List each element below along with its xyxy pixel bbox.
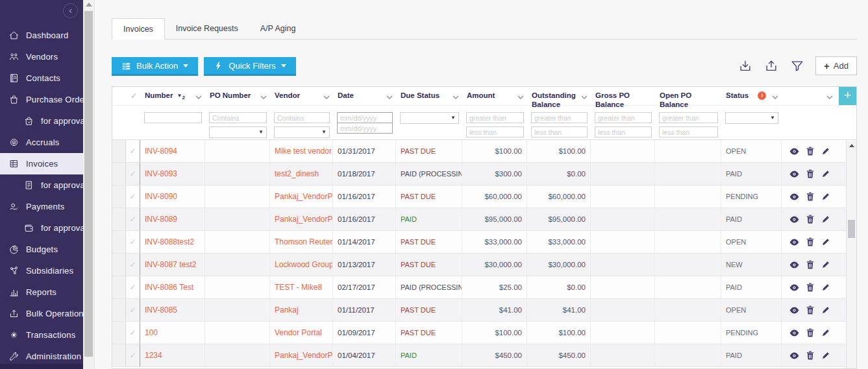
scrollbar-thumb[interactable] (84, 11, 93, 357)
chevron-down-icon[interactable] (386, 91, 393, 102)
table-row[interactable]: ✓ INV-8089 Pankaj_VendorPOrta 01/16/2017… (112, 208, 856, 231)
sidebar-item-payments[interactable]: Payments (0, 196, 83, 217)
cell-number[interactable]: INV-8085 (140, 299, 205, 321)
quick-filters-button[interactable]: Quick Filters (204, 57, 295, 76)
gross-po-greater-input[interactable] (595, 112, 652, 123)
header-amount[interactable]: Amount (462, 87, 527, 110)
table-row[interactable]: ✓ 1234 Pankaj_VendorPOrta 01/04/2017 PAI… (112, 344, 856, 367)
status-filter-select[interactable] (725, 112, 778, 124)
sidebar-item-accruals[interactable]: Accruals (0, 132, 83, 153)
view-button[interactable] (789, 239, 799, 246)
cell-vendor[interactable]: Pankaj_VendorPOrta (270, 185, 333, 208)
bulk-action-button[interactable]: Bulk Action (112, 57, 198, 76)
scrollbar-thumb[interactable] (848, 220, 855, 238)
view-button[interactable] (789, 307, 799, 314)
alert-info-icon[interactable]: i (758, 91, 766, 100)
table-row[interactable]: ✓ 100 Vendor Portal 01/09/2017 PAST DUE … (112, 322, 856, 344)
add-button[interactable]: + Add (815, 56, 857, 75)
sidebar-item-contacts[interactable]: Contacts (0, 67, 83, 89)
chevron-down-icon[interactable] (260, 91, 267, 102)
edit-button[interactable] (821, 192, 830, 201)
header-due-status[interactable]: Due Status (396, 87, 462, 110)
sidebar-item-vendors[interactable]: Vendors (0, 46, 83, 67)
number-filter-input[interactable] (144, 112, 202, 123)
view-button[interactable] (789, 193, 799, 200)
amount-greater-input[interactable] (466, 112, 524, 123)
outstanding-less-input[interactable] (531, 126, 588, 137)
table-row[interactable]: ✓ INV-8087 test2 Lockwood Group 01/13/20… (112, 254, 856, 276)
header-status[interactable]: Status i (721, 87, 782, 110)
vendor-filter-select[interactable] (274, 126, 330, 138)
sidebar-item-for-approval[interactable]: for approval (0, 217, 83, 239)
cell-number[interactable]: 1234 (140, 344, 205, 366)
cell-vendor[interactable]: Vendor Portal (270, 322, 333, 344)
cell-number[interactable]: INV-8094 (140, 140, 205, 162)
header-open-po-balance[interactable]: Open PO Balance (655, 87, 721, 110)
delete-button[interactable] (806, 328, 814, 337)
chevron-down-icon[interactable] (195, 91, 202, 102)
chevron-down-icon[interactable] (826, 91, 833, 102)
delete-button[interactable] (806, 283, 814, 292)
table-row[interactable]: ✓ INV-8086 Test TEST - Mike8 02/17/2017 … (112, 276, 856, 299)
cell-vendor[interactable]: Lockwood Group (270, 254, 333, 276)
header-select-all[interactable]: ✓ (126, 87, 140, 110)
vendor-filter-input[interactable] (274, 112, 330, 123)
date-from-input[interactable] (337, 112, 393, 123)
edit-button[interactable] (821, 169, 830, 178)
row-checkbox[interactable]: ✓ (126, 231, 140, 253)
tab-invoice-requests[interactable]: Invoice Requests (165, 18, 249, 39)
edit-button[interactable] (821, 237, 830, 246)
cell-number[interactable]: INV-8093 (140, 163, 205, 185)
delete-button[interactable] (806, 147, 814, 156)
due-status-filter-select[interactable] (400, 112, 459, 124)
gross-po-less-input[interactable] (595, 126, 652, 137)
cell-number[interactable]: INV-8090 (140, 185, 205, 208)
sidebar-item-invoices[interactable]: Invoices (0, 153, 83, 174)
table-row[interactable]: ✓ INV-8088test2 Thomson Reuters 01/14/20… (112, 231, 856, 254)
tab-ap-aging[interactable]: A/P Aging (249, 18, 307, 39)
cell-vendor[interactable]: Pankaj_VendorPOrta (270, 344, 333, 366)
edit-button[interactable] (821, 283, 830, 292)
delete-button[interactable] (806, 351, 814, 360)
cell-number[interactable]: INV-8089 (140, 208, 205, 230)
sidebar-collapse-button[interactable] (63, 3, 78, 18)
cell-vendor[interactable]: test2_dinesh (270, 163, 333, 185)
edit-button[interactable] (821, 305, 830, 315)
tab-invoices[interactable]: Invoices (112, 18, 165, 40)
cell-number[interactable]: INV-8087 test2 (140, 254, 205, 276)
amount-less-input[interactable] (466, 126, 524, 137)
row-checkbox[interactable]: ✓ (126, 344, 140, 366)
header-vendor[interactable]: Vendor (270, 87, 333, 110)
delete-button[interactable] (806, 169, 814, 178)
cell-number[interactable]: INV-8086 Test (140, 276, 205, 298)
chevron-down-icon[interactable] (453, 91, 459, 102)
header-gross-po-balance[interactable]: Gross PO Balance (591, 87, 655, 110)
scrollbar-up-arrow-icon[interactable] (849, 144, 854, 147)
view-button[interactable] (789, 148, 799, 155)
cell-vendor[interactable]: Pankaj (270, 299, 333, 321)
row-checkbox[interactable]: ✓ (126, 163, 140, 185)
view-button[interactable] (789, 171, 799, 178)
edit-button[interactable] (821, 260, 830, 269)
date-to-input[interactable] (337, 123, 393, 134)
cell-number[interactable]: INV-8088test2 (140, 231, 205, 253)
download-icon[interactable] (738, 58, 753, 75)
header-outstanding-balance[interactable]: Outstanding Balance (527, 87, 591, 110)
cell-vendor[interactable]: Thomson Reuters (270, 231, 333, 253)
cell-vendor[interactable]: Pankaj_VendorPOrta (270, 208, 333, 230)
row-checkbox[interactable]: ✓ (126, 185, 140, 208)
table-vertical-scrollbar[interactable] (846, 141, 856, 368)
row-checkbox[interactable]: ✓ (126, 299, 140, 321)
header-date[interactable]: Date (333, 87, 396, 110)
sidebar-item-transactions[interactable]: Transactions (0, 324, 83, 346)
edit-button[interactable] (821, 215, 830, 224)
sidebar-item-subsidiaries[interactable]: Subsidiaries (0, 260, 83, 281)
edit-button[interactable] (821, 147, 830, 156)
row-checkbox[interactable]: ✓ (126, 208, 140, 230)
cell-number[interactable]: 100 (140, 322, 205, 344)
row-checkbox[interactable]: ✓ (126, 322, 140, 344)
header-number[interactable]: Number ▼2 (140, 87, 205, 110)
row-checkbox[interactable]: ✓ (126, 140, 140, 162)
delete-button[interactable] (806, 305, 814, 315)
table-row[interactable]: ✓ INV-8085 Pankaj 01/11/2017 PAST DUE $4… (112, 299, 856, 322)
